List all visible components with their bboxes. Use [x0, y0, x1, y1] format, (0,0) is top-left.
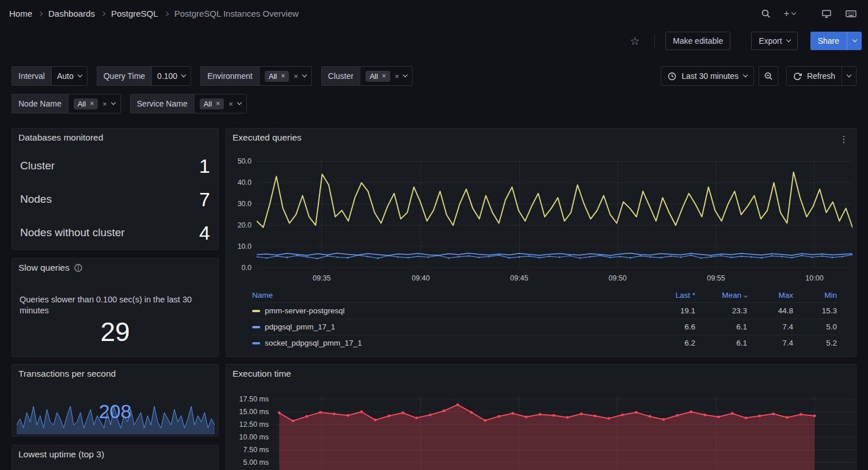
- legend-max: 44.8: [747, 306, 793, 315]
- legend-row[interactable]: pmm-server-postgresql 19.1 23.3 44.8 15.…: [252, 302, 837, 319]
- filter-interval-value[interactable]: Auto: [51, 66, 87, 86]
- legend-header-name[interactable]: Name: [252, 291, 644, 300]
- monitor-icon: [821, 9, 832, 18]
- legend-row[interactable]: pdpgsql_pmm_17_1 6.6 6.1 7.4 5.0: [252, 319, 837, 335]
- legend-header-last[interactable]: Last *: [644, 291, 695, 300]
- legend-series-name: pmm-server-postgresql: [252, 306, 644, 315]
- export-label: Export: [759, 36, 782, 46]
- remove-icon[interactable]: ×: [216, 100, 220, 108]
- refresh-interval-button[interactable]: [842, 66, 856, 86]
- filter-service-name-value[interactable]: All × ×: [194, 94, 247, 113]
- filter-node-name-chip[interactable]: All ×: [74, 98, 98, 109]
- series-color-icon: [252, 342, 260, 344]
- time-controls: Last 30 minutes Refresh: [661, 66, 856, 86]
- star-dashboard-button[interactable]: ☆: [626, 32, 644, 50]
- chevron-down-icon: [181, 73, 186, 77]
- filter-query-time-label: Query Time: [97, 66, 151, 86]
- chevron-down-icon: [111, 100, 116, 105]
- zoom-out-button[interactable]: [759, 66, 778, 86]
- filter-cluster-chip[interactable]: All ×: [366, 71, 390, 82]
- filter-environment-chip[interactable]: All ×: [265, 71, 289, 82]
- top-navigation: Home Dashboards PostgreSQL PostgreSQL In…: [0, 0, 868, 27]
- chevron-down-icon: [791, 10, 796, 14]
- y-axis-tick: 12.50 ms: [229, 420, 269, 429]
- plus-icon: +: [784, 8, 790, 20]
- execution-time-chart: [275, 395, 856, 470]
- filter-service-name: Service Name All × ×: [130, 94, 247, 113]
- refresh-icon: [793, 72, 802, 81]
- share-menu-button[interactable]: [847, 32, 862, 50]
- chip-label: All: [370, 72, 378, 81]
- time-range-label: Last 30 minutes: [682, 71, 738, 81]
- make-editable-button[interactable]: Make editable: [665, 32, 730, 50]
- stat-row-cluster: Cluster 1: [12, 149, 218, 183]
- kiosk-mode-button[interactable]: [818, 5, 835, 23]
- zoom-out-icon: [764, 71, 773, 81]
- legend-max: 7.4: [747, 323, 793, 331]
- legend-header-mean-label: Mean: [722, 291, 741, 300]
- export-button[interactable]: Export: [751, 32, 797, 50]
- x-axis-tick: 09:50: [608, 274, 626, 283]
- share-button[interactable]: Share: [810, 32, 847, 50]
- panel-menu-button[interactable]: ⋮: [837, 132, 851, 146]
- legend-min: 5.2: [793, 339, 837, 347]
- add-button[interactable]: +: [782, 5, 798, 23]
- keyboard-shortcuts-button[interactable]: [843, 5, 859, 23]
- dashboard-filters: Interval Auto Query Time 0.100 Environme…: [12, 66, 856, 122]
- breadcrumb: Home Dashboards PostgreSQL PostgreSQL In…: [9, 9, 299, 18]
- panel-transactions-per-second: Transactions per second 208: [12, 364, 219, 437]
- breadcrumb-home[interactable]: Home: [9, 9, 32, 18]
- refresh-button[interactable]: Refresh: [786, 66, 842, 86]
- filter-environment-value[interactable]: All × ×: [259, 66, 312, 86]
- info-icon[interactable]: [74, 264, 82, 272]
- legend-min: 15.3: [793, 306, 837, 315]
- stat-row-nodes-without-cluster: Nodes without cluster 4: [12, 216, 218, 249]
- series-label: pdpgsql_pmm_17_1: [265, 323, 335, 331]
- breadcrumb-postgresql[interactable]: PostgreSQL: [111, 9, 158, 18]
- legend-header-max[interactable]: Max: [747, 291, 793, 300]
- chevron-down-icon: [302, 73, 307, 77]
- remove-icon[interactable]: ×: [382, 72, 386, 80]
- y-axis-tick: 10.0: [231, 242, 252, 251]
- panel-title: Executed queries: [233, 132, 302, 143]
- clear-icon[interactable]: ×: [395, 72, 399, 81]
- chevron-down-icon: [403, 73, 408, 77]
- legend-mean: 6.1: [695, 323, 747, 331]
- filter-service-name-label: Service Name: [130, 94, 194, 113]
- filter-query-time-value[interactable]: 0.100: [151, 66, 191, 86]
- panel-slow-queries: Slow queries Queries slower than 0.100 s…: [12, 258, 219, 357]
- legend-last: 6.2: [644, 339, 695, 347]
- series-label: pmm-server-postgresql: [265, 306, 345, 315]
- filter-cluster-value[interactable]: All × ×: [360, 66, 413, 86]
- legend-mean: 6.1: [695, 339, 747, 347]
- filter-environment-label: Environment: [200, 66, 259, 86]
- series-color-icon: [252, 310, 260, 312]
- legend-max: 7.4: [747, 339, 793, 347]
- filter-interval-selected: Auto: [57, 71, 74, 81]
- clear-icon[interactable]: ×: [229, 100, 233, 108]
- y-axis-tick: 40.0: [231, 178, 252, 187]
- clear-icon[interactable]: ×: [102, 100, 107, 108]
- stat-row-nodes: Nodes 7: [12, 183, 218, 216]
- search-button[interactable]: [757, 5, 774, 23]
- legend-row[interactable]: socket_pdpgsql_pmm_17_1 6.2 6.1 7.4 5.2: [252, 335, 837, 351]
- remove-icon[interactable]: ×: [281, 72, 285, 80]
- dashboard-grid: Databases monitored Cluster 1 Nodes 7 No…: [12, 128, 856, 470]
- breadcrumb-dashboards[interactable]: Dashboards: [48, 9, 95, 18]
- legend-header-mean[interactable]: Mean: [695, 291, 747, 300]
- filter-node-name-value[interactable]: All × ×: [68, 94, 121, 113]
- filter-service-name-chip[interactable]: All ×: [200, 98, 224, 109]
- filter-cluster-label: Cluster: [321, 66, 360, 86]
- stat-value: 4: [199, 222, 210, 244]
- y-axis-tick: 10.00 ms: [229, 433, 269, 442]
- nav-actions: +: [757, 5, 859, 23]
- clear-icon[interactable]: ×: [294, 72, 298, 81]
- legend-header-min[interactable]: Min: [793, 291, 837, 300]
- remove-icon[interactable]: ×: [90, 100, 94, 108]
- time-range-picker[interactable]: Last 30 minutes: [661, 66, 754, 86]
- x-axis-tick: 10:00: [805, 274, 823, 283]
- chevron-down-icon: [852, 37, 856, 42]
- panel-title: Lowest uptime (top 3): [18, 449, 104, 460]
- panel-databases-monitored: Databases monitored Cluster 1 Nodes 7 No…: [12, 128, 219, 250]
- panel-execution-time: Execution time 17.50 ms 15.00 ms 12.50 m…: [226, 364, 856, 470]
